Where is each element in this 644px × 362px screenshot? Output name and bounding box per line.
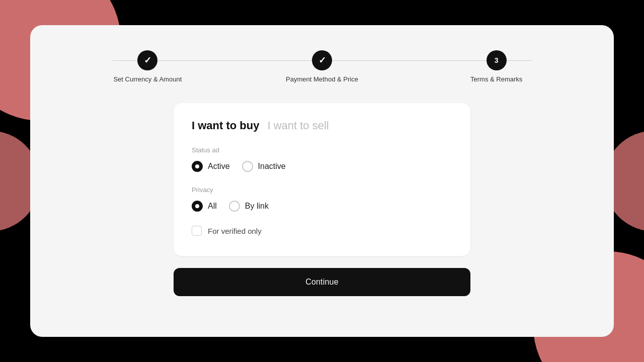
step-2-circle — [312, 50, 332, 70]
step-3-label: Terms & Remarks — [470, 75, 522, 83]
status-active-option[interactable]: Active — [192, 161, 230, 172]
verified-checkbox-item[interactable]: For verified only — [192, 226, 452, 236]
step-2: Payment Method & Price — [235, 50, 410, 83]
status-section: Status ad Active Inactive — [192, 146, 452, 172]
privacy-all-option[interactable]: All — [192, 201, 217, 212]
content-card: I want to buy I want to sell Status ad A… — [174, 103, 470, 256]
status-inactive-option[interactable]: Inactive — [242, 161, 286, 172]
status-active-radio[interactable] — [192, 161, 203, 172]
privacy-all-radio[interactable] — [192, 201, 203, 212]
privacy-radio-group: All By link — [192, 201, 452, 212]
step-2-label: Payment Method & Price — [286, 75, 358, 83]
tab-row: I want to buy I want to sell — [192, 119, 452, 132]
step-1-circle — [137, 50, 157, 70]
stepper: Set Currency & Amount Payment Method & P… — [60, 50, 584, 83]
main-card: Set Currency & Amount Payment Method & P… — [30, 25, 614, 337]
status-radio-group: Active Inactive — [192, 161, 452, 172]
privacy-label: Privacy — [192, 186, 452, 194]
status-inactive-label: Inactive — [258, 162, 286, 171]
step-3: 3 Terms & Remarks — [409, 50, 584, 83]
verified-checkbox[interactable] — [192, 226, 202, 236]
verified-label: For verified only — [208, 227, 262, 235]
status-active-label: Active — [208, 162, 230, 171]
step-3-circle: 3 — [487, 50, 507, 70]
privacy-bylink-label: By link — [245, 202, 269, 211]
continue-button[interactable]: Continue — [174, 268, 470, 296]
privacy-section: Privacy All By link — [192, 186, 452, 212]
step-1-label: Set Currency & Amount — [113, 75, 182, 83]
tab-buy[interactable]: I want to buy — [192, 119, 259, 132]
step-1: Set Currency & Amount — [60, 50, 235, 83]
status-label: Status ad — [192, 146, 452, 154]
tab-sell[interactable]: I want to sell — [267, 119, 329, 132]
status-inactive-radio[interactable] — [242, 161, 253, 172]
privacy-bylink-radio[interactable] — [229, 201, 240, 212]
privacy-bylink-option[interactable]: By link — [229, 201, 269, 212]
privacy-all-label: All — [208, 202, 217, 211]
